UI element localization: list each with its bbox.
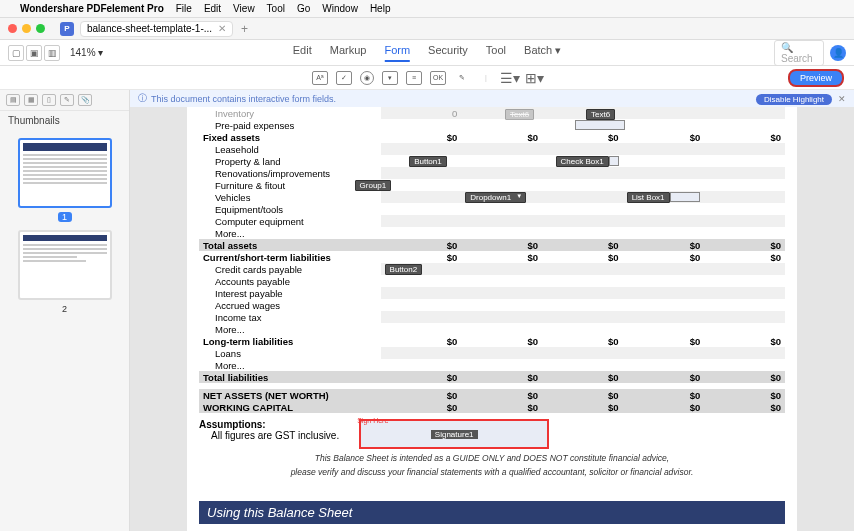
thumbnail-1[interactable]: 1 xyxy=(18,138,112,222)
checkbox-icon[interactable]: ✓ xyxy=(336,71,352,85)
menu-window[interactable]: Window xyxy=(322,3,358,14)
page-view-icon[interactable]: ▣ xyxy=(26,45,42,61)
row-vehicles: Vehicles xyxy=(199,191,381,203)
two-page-icon[interactable]: ▥ xyxy=(44,45,60,61)
assumptions-text: All figures are GST inclusive. xyxy=(199,430,339,441)
row-furniture: Furniture & fitout xyxy=(199,179,381,191)
sidebar-toggle-icon[interactable]: ▢ xyxy=(8,45,24,61)
group1-tag[interactable]: Group1 xyxy=(355,180,392,191)
row-working: WORKING CAPITAL xyxy=(199,401,381,413)
disclaimer-2: please verify and discuss your financial… xyxy=(199,467,785,477)
row-interest: Interest payable xyxy=(199,287,381,299)
search-input[interactable]: 🔍 Search xyxy=(774,40,824,66)
disable-highlight-button[interactable]: Disable Highlight xyxy=(756,94,832,105)
bookmarks-tab-icon[interactable]: ▦ xyxy=(24,94,38,106)
zoom-level[interactable]: 141% ▾ xyxy=(70,47,103,58)
titlebar: P balance-sheet-template-1-... ✕ + xyxy=(0,18,854,40)
document-tab[interactable]: balance-sheet-template-1-... ✕ xyxy=(80,21,233,37)
pdf-page: Inventory0 Pre-paid expenses Fixed asset… xyxy=(187,107,797,531)
disclaimer-1: This Balance Sheet is intended as a GUID… xyxy=(199,453,785,463)
row-netassets: NET ASSETS (NET WORTH) xyxy=(199,389,381,401)
row-property: Property & land xyxy=(199,155,381,167)
text-field-icon[interactable]: Aª xyxy=(312,71,328,85)
signature-icon[interactable]: ✎ xyxy=(454,71,470,85)
thumbnails-tab-icon[interactable]: ▤ xyxy=(6,94,20,106)
row-computer: Computer equipment xyxy=(199,215,381,227)
menu-tool[interactable]: Tool xyxy=(267,3,285,14)
button-field-icon[interactable]: OK xyxy=(430,71,446,85)
tab-security[interactable]: Security xyxy=(428,44,468,62)
tab-label: balance-sheet-template-1-... xyxy=(87,23,212,34)
close-window-icon[interactable] xyxy=(8,24,17,33)
row-totassets: Total assets xyxy=(199,239,381,251)
mode-tabs: Edit Markup Form Security Tool Batch ▾ xyxy=(293,44,561,62)
app-icon: P xyxy=(60,22,74,36)
signature1-tag: Signature1 xyxy=(431,430,478,439)
listbox1-tag[interactable]: List Box1 xyxy=(627,192,670,203)
menu-help[interactable]: Help xyxy=(370,3,391,14)
banner-text: This document contains interactive form … xyxy=(151,94,336,104)
row-totliab: Total liabilities xyxy=(199,371,381,383)
more-tools-icon[interactable]: ⊞▾ xyxy=(526,71,542,85)
text6-field[interactable] xyxy=(575,120,625,130)
row-more1: More... xyxy=(199,227,381,239)
sign-here-pointer: Sign Here xyxy=(357,417,388,424)
row-prepaid: Pre-paid expenses xyxy=(199,119,381,131)
checkbox1-field[interactable] xyxy=(609,156,619,166)
row-more3: More... xyxy=(199,359,381,371)
attachments-tab-icon[interactable]: 📎 xyxy=(78,94,92,106)
thumb-num-1: 1 xyxy=(58,212,72,222)
row-loans: Loans xyxy=(199,347,381,359)
minimize-window-icon[interactable] xyxy=(22,24,31,33)
new-tab-button[interactable]: + xyxy=(241,22,248,36)
info-icon: ⓘ xyxy=(138,92,147,105)
radio-icon[interactable]: ◉ xyxy=(360,71,374,85)
row-more2: More... xyxy=(199,323,381,335)
tab-form[interactable]: Form xyxy=(384,44,410,62)
preview-button[interactable]: Preview xyxy=(788,69,844,87)
text6-tag[interactable]: Text6 xyxy=(586,109,615,120)
mobile-tab-icon[interactable]: ▯ xyxy=(42,94,56,106)
row-leasehold: Leasehold xyxy=(199,143,381,155)
button1-tag[interactable]: Button1 xyxy=(409,156,447,167)
row-income: Income tax xyxy=(199,311,381,323)
close-tab-icon[interactable]: ✕ xyxy=(218,23,226,34)
app-name[interactable]: Wondershare PDFelement Pro xyxy=(20,3,164,14)
thumbnail-2[interactable]: 2 xyxy=(18,230,112,314)
row-credit: Credit cards payable xyxy=(199,263,381,275)
row-inventory: Inventory xyxy=(199,107,381,119)
thumb-num-2: 2 xyxy=(58,304,72,314)
menu-file[interactable]: File xyxy=(176,3,192,14)
listbox-icon[interactable]: ≡ xyxy=(406,71,422,85)
tab-tool[interactable]: Tool xyxy=(486,44,506,62)
menu-view[interactable]: View xyxy=(233,3,255,14)
listbox1-field[interactable] xyxy=(670,192,700,202)
comments-tab-icon[interactable]: ✎ xyxy=(60,94,74,106)
banner-close-icon[interactable]: ✕ xyxy=(838,94,846,104)
petty-cash-field-tag[interactable]: Text6 xyxy=(505,109,534,120)
tab-edit[interactable]: Edit xyxy=(293,44,312,62)
tab-markup[interactable]: Markup xyxy=(330,44,367,62)
form-tools-toolbar: Aª ✓ ◉ ▾ ≡ OK ✎ | ☰▾ ⊞▾ Preview xyxy=(0,66,854,90)
main-toolbar: ▢ ▣ ▥ 141% ▾ Edit Markup Form Security T… xyxy=(0,40,854,66)
zoom-window-icon[interactable] xyxy=(36,24,45,33)
dropdown-icon[interactable]: ▾ xyxy=(382,71,398,85)
dropdown1-tag[interactable]: Dropdown1 xyxy=(465,192,526,203)
button2-tag[interactable]: Button2 xyxy=(385,264,423,275)
user-avatar[interactable]: 👤 xyxy=(830,45,846,61)
balance-sheet-table: Inventory0 Pre-paid expenses Fixed asset… xyxy=(199,107,785,413)
row-longliab: Long-term liabilities xyxy=(199,335,381,347)
align-icon[interactable]: ☰▾ xyxy=(502,71,518,85)
row-renov: Renovations/improvements xyxy=(199,167,381,179)
menu-edit[interactable]: Edit xyxy=(204,3,221,14)
signature-field[interactable]: Sign Here Signature1 xyxy=(359,419,549,449)
assumptions-heading: Assumptions: xyxy=(199,419,339,430)
sidebar-title: Thumbnails xyxy=(0,111,129,130)
menu-go[interactable]: Go xyxy=(297,3,310,14)
row-equip: Equipment/tools xyxy=(199,203,381,215)
tab-batch[interactable]: Batch ▾ xyxy=(524,44,561,62)
left-sidebar: ▤ ▦ ▯ ✎ 📎 Thumbnails 1 2 xyxy=(0,90,130,531)
checkbox1-tag[interactable]: Check Box1 xyxy=(556,156,609,167)
row-curliab: Current/short-term liabilities xyxy=(199,251,381,263)
document-viewport[interactable]: ⓘ This document contains interactive for… xyxy=(130,90,854,531)
